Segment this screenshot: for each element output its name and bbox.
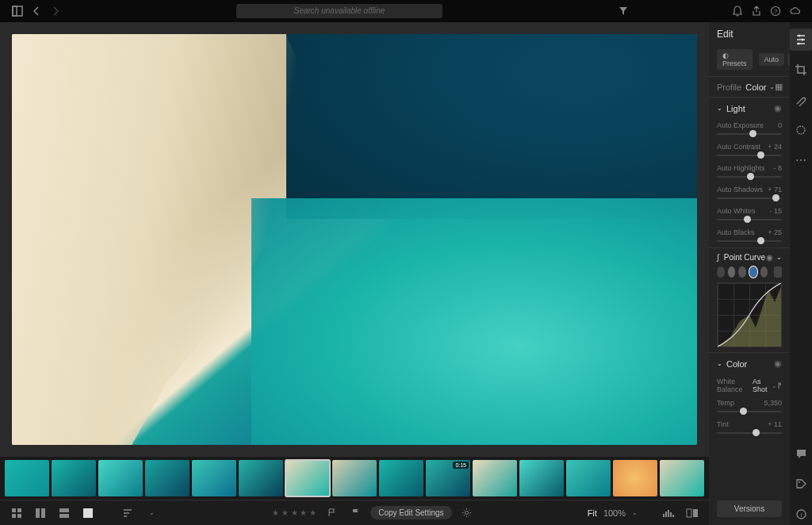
versions-button[interactable]: Versions (717, 500, 782, 517)
single-view-icon[interactable] (79, 504, 97, 522)
eye-icon[interactable]: ◉ (774, 358, 782, 369)
image-canvas[interactable] (0, 22, 709, 457)
presets-button[interactable]: ◐ Presets (717, 49, 753, 70)
profile-row[interactable]: Profile Color ⌄ ▦ (709, 76, 790, 97)
eye-icon[interactable]: ◉ (774, 103, 782, 113)
thumb[interactable] (145, 460, 190, 496)
thumb[interactable] (52, 460, 96, 496)
edit-sliders-icon[interactable] (790, 29, 812, 51)
rating-stars[interactable]: ★ ★ ★ ★ ★ (272, 508, 316, 517)
thumb[interactable] (332, 460, 377, 496)
thumb[interactable] (473, 460, 517, 496)
fit-label[interactable]: Fit (588, 508, 597, 518)
zoom-value[interactable]: 100% (603, 508, 626, 518)
healing-brush-icon[interactable] (790, 89, 812, 111)
thumb[interactable] (613, 460, 657, 496)
point-curve-title: Point Curve (724, 253, 765, 262)
grid-icon[interactable] (8, 2, 27, 21)
grid-view-icon[interactable] (8, 504, 25, 522)
top-bar: Search unavailable offline ? (0, 0, 812, 22)
curve-channel-luma[interactable] (728, 266, 736, 278)
bell-icon[interactable] (728, 2, 747, 21)
tag-icon[interactable] (790, 473, 812, 495)
slider-auto-blacks[interactable]: Auto Blacks+ 25 (709, 226, 790, 247)
tint-slider[interactable]: Tint+ 11 (709, 418, 790, 439)
thumb[interactable] (519, 460, 564, 496)
svg-rect-5 (17, 508, 21, 512)
forward-arrow-icon[interactable] (46, 2, 65, 21)
svg-rect-15 (665, 512, 667, 517)
light-section-header[interactable]: ⌄ Light ◉ (709, 97, 790, 119)
slider-auto-whites[interactable]: Auto Whites- 15 (709, 205, 790, 226)
flag-pick-icon[interactable] (323, 504, 340, 522)
slider-auto-highlights[interactable]: Auto Highlights- 8 (709, 162, 790, 183)
thumb[interactable] (192, 460, 236, 496)
masking-icon[interactable] (790, 119, 812, 141)
svg-point-13 (465, 512, 469, 515)
thumb[interactable] (285, 460, 330, 496)
svg-rect-6 (12, 514, 16, 518)
flag-reject-icon[interactable] (347, 504, 364, 522)
thumb[interactable] (239, 460, 283, 496)
curve-channel-parametric[interactable] (717, 266, 725, 278)
eye-icon[interactable]: ◉ (766, 253, 773, 262)
slider-auto-shadows[interactable]: Auto Shadows+ 71 (709, 183, 790, 205)
sort-icon[interactable] (119, 504, 136, 522)
info-icon[interactable]: i (790, 503, 812, 525)
thumb[interactable]: 0:15 (426, 460, 470, 496)
chevron-down-icon[interactable]: ⌄ (632, 509, 638, 516)
histogram-icon[interactable] (660, 504, 677, 522)
back-arrow-icon[interactable] (27, 2, 46, 21)
svg-rect-9 (41, 508, 45, 518)
comments-icon[interactable] (790, 443, 812, 465)
thumb[interactable] (98, 460, 143, 496)
search-input[interactable]: Search unavailable offline (236, 4, 442, 18)
chevron-down-icon[interactable]: ⌄ (772, 382, 777, 389)
main-photo (12, 34, 697, 445)
svg-point-22 (802, 39, 804, 41)
gear-icon[interactable] (458, 504, 476, 522)
svg-rect-8 (36, 508, 40, 518)
cloud-icon[interactable] (785, 2, 804, 21)
temp-slider[interactable]: Temp5,350 (709, 397, 790, 418)
profile-label: Profile (717, 82, 741, 92)
chevron-down-icon: ⌄ (717, 360, 722, 367)
thumb[interactable] (566, 460, 611, 496)
chevron-down-icon[interactable]: ⌄ (143, 504, 160, 522)
profile-browser-icon[interactable]: ▦ (775, 82, 783, 92)
split-view-icon[interactable] (32, 504, 49, 522)
help-icon[interactable]: ? (766, 2, 785, 21)
filmstrip[interactable]: 0:15 (0, 457, 709, 500)
slider-auto-contrast[interactable]: Auto Contrast+ 24 (709, 140, 790, 162)
curve-channel-red[interactable] (738, 266, 746, 278)
svg-rect-7 (17, 514, 21, 518)
thumb[interactable] (5, 460, 49, 496)
video-duration-badge: 0:15 (453, 462, 469, 469)
chevron-down-icon[interactable]: ⌄ (776, 254, 782, 261)
svg-rect-11 (59, 514, 69, 518)
share-icon[interactable] (747, 2, 766, 21)
more-icon[interactable]: ⋯ (790, 149, 812, 171)
light-title: Light (726, 104, 745, 113)
chevron-down-icon: ⌄ (717, 105, 722, 112)
svg-rect-16 (668, 510, 669, 517)
crop-icon[interactable] (790, 59, 812, 81)
compare-view-icon[interactable] (56, 504, 73, 522)
color-section-header[interactable]: ⌄ Color ◉ (709, 352, 790, 374)
tone-curve[interactable] (717, 282, 782, 347)
svg-rect-4 (12, 508, 16, 512)
curve-icon: ∫ (717, 253, 719, 262)
thumb[interactable] (660, 460, 704, 496)
copy-edit-settings-button[interactable]: Copy Edit Settings (370, 506, 451, 519)
funnel-icon[interactable] (614, 2, 633, 21)
eyedropper-icon[interactable]: ⁋ (777, 381, 782, 389)
thumb[interactable] (379, 460, 423, 496)
before-after-icon[interactable] (684, 504, 701, 522)
slider-auto-exposure[interactable]: Auto Exposure0 (709, 119, 790, 140)
curve-reset-icon[interactable] (774, 266, 782, 278)
wb-value[interactable]: As Shot (753, 377, 769, 393)
auto-button[interactable]: Auto (759, 53, 785, 66)
curve-channel-green[interactable] (760, 266, 768, 278)
curve-channel-rgb[interactable] (749, 266, 757, 278)
svg-point-24 (797, 126, 805, 134)
